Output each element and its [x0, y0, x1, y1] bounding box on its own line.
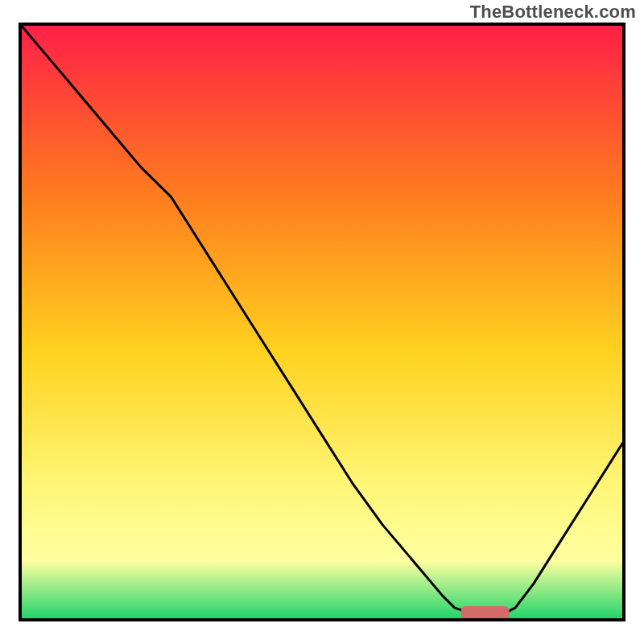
bottleneck-plot	[0, 0, 644, 644]
sweet-spot-marker	[461, 606, 510, 619]
watermark-text: TheBottleneck.com	[470, 2, 636, 23]
gradient-background	[20, 24, 624, 620]
chart-container: TheBottleneck.com	[0, 0, 644, 644]
